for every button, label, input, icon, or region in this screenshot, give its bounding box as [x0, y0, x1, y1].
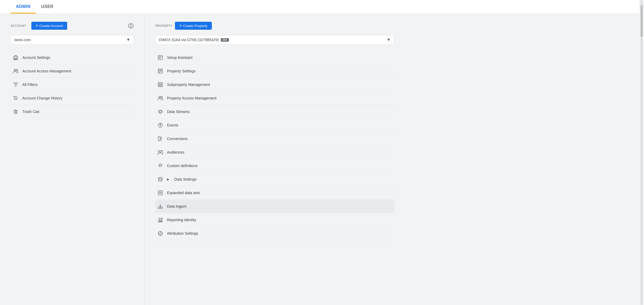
- account-section-header: Account + Create Account: [11, 22, 134, 30]
- svg-rect-21: [158, 137, 160, 141]
- svg-rect-16: [159, 85, 160, 86]
- create-account-button[interactable]: + Create Account: [31, 22, 67, 30]
- audiences-icon: [157, 149, 163, 155]
- conversions-label: Conversions: [167, 137, 188, 141]
- scrollbar-thumb[interactable]: [641, 5, 643, 37]
- account-menu: Account Settings Account Access Manageme…: [11, 51, 134, 119]
- property-dropdown[interactable]: OWOX (GA4 via GTM) (327985429) 360 ▼: [155, 35, 394, 45]
- events-icon: [157, 122, 163, 128]
- property-access-icon: [157, 95, 163, 101]
- svg-point-22: [160, 151, 161, 152]
- svg-point-7: [14, 69, 16, 71]
- property-access-management-label: Property Access Management: [167, 96, 217, 100]
- svg-rect-26: [158, 191, 162, 195]
- sidebar-item-audiences[interactable]: Audiences: [155, 146, 394, 159]
- sidebar-item-expanded-data-sets[interactable]: Expanded data sets: [155, 186, 394, 200]
- create-property-label: Create Property: [183, 24, 208, 28]
- svg-rect-2: [14, 58, 15, 58]
- svg-rect-14: [158, 82, 162, 87]
- sidebar-item-all-filters[interactable]: All Filters: [11, 78, 134, 92]
- svg-point-18: [159, 96, 160, 98]
- svg-rect-17: [161, 85, 162, 86]
- sidebar-item-events[interactable]: Events: [155, 119, 394, 132]
- conversions-icon: [157, 136, 163, 142]
- history-icon: [13, 95, 19, 101]
- sidebar-item-subproperty-management[interactable]: Subproperty Management: [155, 78, 394, 92]
- data-import-icon: [157, 203, 163, 209]
- create-property-button[interactable]: + Create Property: [175, 22, 212, 30]
- account-dropdown-arrow: ▼: [126, 37, 130, 42]
- sidebar-item-account-access-management[interactable]: Account Access Management: [11, 64, 134, 78]
- property-selected-value: OWOX (GA4 via GTM) (327985429): [159, 38, 219, 42]
- svg-rect-6: [15, 58, 16, 60]
- svg-rect-15: [159, 83, 162, 84]
- svg-point-20: [160, 110, 161, 113]
- sidebar-item-data-streams[interactable]: Data Streams: [155, 105, 394, 119]
- svg-rect-12: [159, 70, 160, 72]
- custom-definitions-label: Custom definitions: [167, 164, 198, 168]
- subproperty-icon: [157, 82, 163, 88]
- svg-point-23: [162, 150, 163, 151]
- attribution-settings-label: Attribution Settings: [167, 231, 198, 236]
- sidebar-item-conversions[interactable]: Conversions: [155, 132, 394, 146]
- svg-point-30: [160, 233, 161, 234]
- svg-rect-9: [14, 111, 17, 114]
- property-selected-wrapper: OWOX (GA4 via GTM) (327985429) 360: [159, 38, 229, 42]
- property-settings-label: Property Settings: [167, 69, 195, 73]
- plus-icon-property: +: [179, 23, 182, 28]
- sidebar-item-account-change-history[interactable]: Account Change History: [11, 92, 134, 105]
- setup-assistant-label: Setup Assistant: [167, 55, 193, 60]
- svg-rect-4: [14, 59, 15, 59]
- account-dropdown[interactable]: owox.com ▼: [11, 35, 134, 45]
- main-content: Account + Create Account owox.com ▼: [0, 14, 644, 305]
- data-streams-label: Data Streams: [167, 110, 190, 114]
- sidebar-item-property-access-management[interactable]: Property Access Management: [155, 92, 394, 105]
- sidebar-item-account-settings[interactable]: Account Settings: [11, 51, 134, 64]
- account-label: Account: [11, 24, 26, 27]
- sidebar-item-setup-assistant[interactable]: Setup Assistant: [155, 51, 394, 64]
- property-dropdown-arrow: ▼: [387, 37, 391, 42]
- svg-rect-27: [159, 191, 162, 192]
- property-section-header: Property + Create Property: [155, 22, 628, 30]
- collapse-icon[interactable]: [128, 23, 134, 29]
- account-settings-label: Account Settings: [22, 55, 50, 60]
- sidebar-item-reporting-identity[interactable]: Reporting Identity: [155, 213, 394, 227]
- sidebar-item-attribution-settings[interactable]: Attribution Settings: [155, 227, 394, 240]
- people-icon: [13, 68, 19, 74]
- account-change-history-label: Account Change History: [22, 96, 62, 100]
- property-menu: Setup Assistant Property Settings: [155, 51, 394, 240]
- data-settings-icon: [157, 176, 163, 182]
- sidebar-item-data-import[interactable]: Data Import ☞: [155, 200, 394, 213]
- custom-definitions-icon: [157, 163, 163, 169]
- svg-point-19: [161, 96, 162, 98]
- svg-rect-5: [16, 59, 17, 59]
- property-settings-icon: [157, 68, 163, 74]
- svg-rect-28: [158, 207, 162, 208]
- trash-icon: [13, 109, 19, 115]
- data-settings-expand-arrow: ▶: [167, 177, 169, 181]
- filter-icon: [13, 82, 19, 88]
- svg-rect-3: [16, 58, 17, 58]
- tab-admin[interactable]: ADMIN: [11, 0, 36, 14]
- sidebar-item-custom-definitions[interactable]: Custom definitions: [155, 159, 394, 173]
- setup-icon: [157, 55, 163, 60]
- property-badge: 360: [221, 38, 229, 42]
- svg-point-24: [158, 150, 159, 151]
- account-panel: Account + Create Account owox.com ▼: [0, 14, 145, 305]
- tab-user[interactable]: USER: [36, 0, 59, 14]
- attribution-icon: [157, 230, 163, 236]
- sidebar-item-trash-can[interactable]: Trash Can: [11, 105, 134, 119]
- expanded-data-sets-label: Expanded data sets: [167, 191, 200, 195]
- create-account-label: Create Account: [39, 24, 63, 28]
- scrollbar-track: [641, 0, 643, 305]
- building-icon: [13, 55, 19, 60]
- sidebar-item-data-settings[interactable]: ▶ Data Settings: [155, 173, 394, 186]
- top-nav: ADMIN USER: [0, 0, 644, 14]
- account-access-management-label: Account Access Management: [22, 69, 71, 73]
- data-settings-label: Data Settings: [174, 177, 196, 181]
- expanded-data-icon: [157, 190, 163, 196]
- data-import-label: Data Import: [167, 204, 186, 208]
- trash-can-label: Trash Can: [22, 110, 40, 114]
- sidebar-item-property-settings[interactable]: Property Settings: [155, 64, 394, 78]
- scrollbar-area[interactable]: [639, 0, 644, 305]
